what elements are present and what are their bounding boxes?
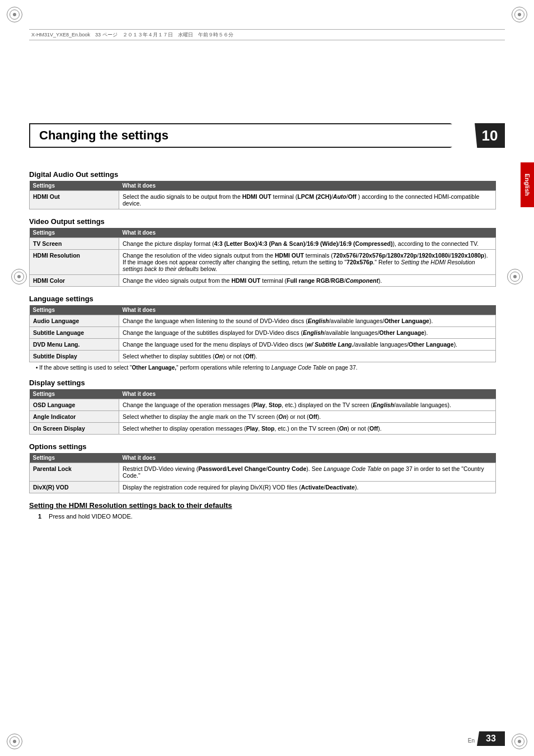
corner-mark-tl xyxy=(4,4,25,25)
col-whatitdoes-2: What it does xyxy=(119,228,496,238)
osd-lang-desc: Change the language of the operation mes… xyxy=(119,399,496,411)
section-digital-audio-heading: Digital Audio Out settings xyxy=(29,170,496,179)
hdmi-resolution-desc: Change the resolution of the video signa… xyxy=(119,250,496,275)
left-reg-mark xyxy=(11,269,27,284)
col-whatitdoes-4: What it does xyxy=(119,389,496,399)
parental-lock-desc: Restrict DVD-Video viewing (Password/Lev… xyxy=(119,463,496,482)
table-row: DivX(R) VOD Display the registration cod… xyxy=(30,482,496,493)
on-screen-display-label: On Screen Display xyxy=(30,423,119,435)
table-row: Audio Language Change the language when … xyxy=(30,315,496,327)
corner-mark-bl xyxy=(4,731,25,752)
angle-indicator-label: Angle Indicator xyxy=(30,411,119,423)
subtitle-lang-desc: Change the language of the subtitles dis… xyxy=(119,327,496,339)
corner-mark-br xyxy=(509,731,530,752)
parental-lock-label: Parental Lock xyxy=(30,463,119,482)
audio-lang-label: Audio Language xyxy=(30,315,119,327)
chapter-badge: 10 xyxy=(475,123,505,148)
page-lang: En xyxy=(468,738,475,744)
col-settings-1: Settings xyxy=(30,181,119,191)
header-bar: X-HM31V_YXE8_En.book 33 ページ ２０１３年４月１７日 水… xyxy=(29,29,505,40)
table-row: OSD Language Change the language of the … xyxy=(30,399,496,411)
tv-screen-label: TV Screen xyxy=(30,238,119,250)
english-tab-label: English xyxy=(524,174,531,196)
language-table: Settings What it does Audio Language Cha… xyxy=(29,305,496,362)
setting-hdmi-out-label: HDMI Out xyxy=(30,191,119,209)
divx-vod-desc: Display the registration code required f… xyxy=(119,482,496,493)
options-table: Settings What it does Parental Lock Rest… xyxy=(29,453,496,493)
page-title: Changing the settings xyxy=(39,128,168,143)
col-settings-5: Settings xyxy=(30,453,119,463)
table-row: Subtitle Language Change the language of… xyxy=(30,327,496,339)
dvd-menu-lang-label: DVD Menu Lang. xyxy=(30,339,119,351)
subtitle-display-desc: Select whether to display subtitles (On)… xyxy=(119,351,496,362)
on-screen-display-desc: Select whether to display operation mess… xyxy=(119,423,496,435)
table-row: HDMI Out Select the audio signals to be … xyxy=(30,191,496,209)
table-row: Subtitle Display Select whether to displ… xyxy=(30,351,496,362)
section-options-heading: Options settings xyxy=(29,442,496,451)
section-display-heading: Display settings xyxy=(29,379,496,387)
col-whatitdoes-3: What it does xyxy=(119,305,496,315)
step-1: 1 Press and hold VIDEO MODE. xyxy=(38,513,496,520)
col-whatitdoes-5: What it does xyxy=(119,453,496,463)
tv-screen-desc: Change the picture display format (4:3 (… xyxy=(119,238,496,250)
table-row: On Screen Display Select whether to disp… xyxy=(30,423,496,435)
table-row: Parental Lock Restrict DVD-Video viewing… xyxy=(30,463,496,482)
audio-lang-desc: Change the language when listening to th… xyxy=(119,315,496,327)
setting-hdmi-out-desc: Select the audio signals to be output fr… xyxy=(119,191,496,209)
hdmi-section-title: Setting the HDMI Resolution settings bac… xyxy=(29,501,496,510)
digital-audio-table: Settings What it does HDMI Out Select th… xyxy=(29,181,496,209)
angle-indicator-desc: Select whether to display the angle mark… xyxy=(119,411,496,423)
osd-lang-label: OSD Language xyxy=(30,399,119,411)
right-reg-mark xyxy=(507,269,523,284)
main-content: Digital Audio Out settings Settings What… xyxy=(29,162,505,520)
hdmi-color-label: HDMI Color xyxy=(30,275,119,287)
table-row: HDMI Resolution Change the resolution of… xyxy=(30,250,496,275)
chapter-number: 10 xyxy=(482,127,498,144)
hdmi-color-desc: Change the video signals output from the… xyxy=(119,275,496,287)
section-language-heading: Language settings xyxy=(29,295,496,303)
section-video-output-heading: Video Output settings xyxy=(29,217,496,226)
subtitle-lang-label: Subtitle Language xyxy=(30,327,119,339)
page-title-area: Changing the settings xyxy=(29,123,472,148)
divx-vod-label: DivX(R) VOD xyxy=(30,482,119,493)
subtitle-display-label: Subtitle Display xyxy=(30,351,119,362)
file-info: X-HM31V_YXE8_En.book 33 ページ ２０１３年４月１７日 水… xyxy=(31,31,233,39)
video-output-table: Settings What it does TV Screen Change t… xyxy=(29,228,496,287)
hdmi-resolution-label: HDMI Resolution xyxy=(30,250,119,275)
col-settings-2: Settings xyxy=(30,228,119,238)
corner-mark-tr xyxy=(509,4,530,25)
page-number: 33 xyxy=(486,734,496,744)
table-row: HDMI Color Change the video signals outp… xyxy=(30,275,496,287)
language-note: • If the above setting is used to select… xyxy=(36,365,496,371)
dvd-menu-lang-desc: Change the language used for the menu di… xyxy=(119,339,496,351)
display-table: Settings What it does OSD Language Chang… xyxy=(29,389,496,435)
step-1-text: Press and hold VIDEO MODE. xyxy=(49,513,133,520)
table-row: DVD Menu Lang. Change the language used … xyxy=(30,339,496,351)
col-settings-4: Settings xyxy=(30,389,119,399)
col-whatitdoes-1: What it does xyxy=(119,181,496,191)
english-tab: English xyxy=(521,162,534,207)
page-number-badge: 33 xyxy=(477,731,505,746)
col-settings-3: Settings xyxy=(30,305,119,315)
table-row: TV Screen Change the picture display for… xyxy=(30,238,496,250)
table-row: Angle Indicator Select whether to displa… xyxy=(30,411,496,423)
